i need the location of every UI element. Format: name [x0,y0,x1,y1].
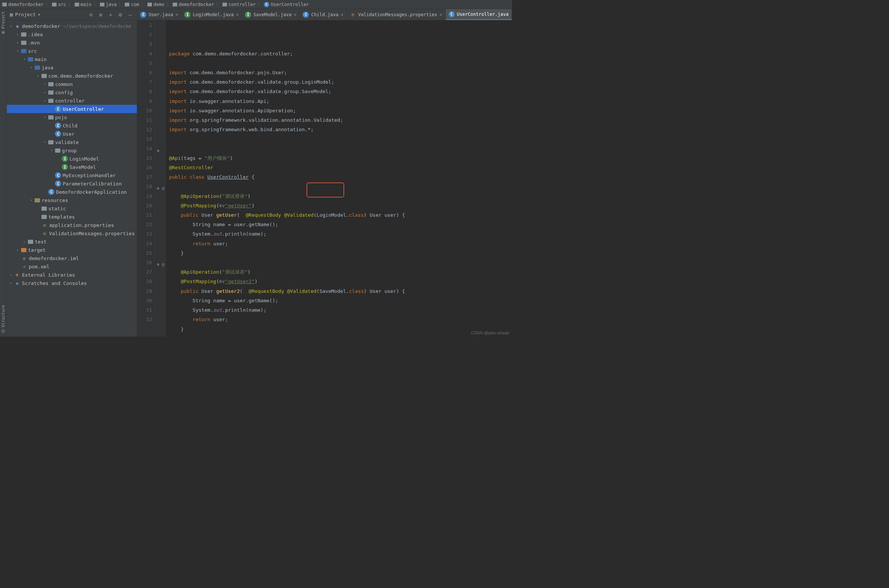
tree-node[interactable]: ▸◐Scratches and Consoles [7,279,137,287]
tree-node[interactable]: ▸common [7,80,137,88]
breadcrumb-item[interactable]: CUserController [264,2,309,7]
code-line[interactable]: import com.demo.demofordocker.validate.g… [169,87,512,96]
code-area[interactable]: package com.demo.demofordocker.controlle… [166,20,512,337]
code-line[interactable]: String name = user.getName(); [169,220,512,229]
tree-node[interactable]: ▾▣demofordocker ~/iworkspace/demofordock… [7,22,137,30]
code-line[interactable] [169,58,512,68]
tree-node[interactable]: ▸templates [7,213,137,221]
expand-button[interactable]: ≡ [97,11,104,18]
expand-arrow-icon[interactable]: ▾ [50,149,54,152]
close-tab-icon[interactable]: × [175,12,178,17]
expand-arrow-icon[interactable]: ▾ [43,115,47,119]
code-line[interactable] [169,258,512,267]
breadcrumb-item[interactable]: com [125,2,139,7]
expand-arrow-icon[interactable]: ▾ [36,74,40,78]
editor-tab[interactable]: CUser.java× [137,9,181,20]
expand-arrow-icon[interactable]: ▸ [16,41,20,44]
code-line[interactable]: System.out.println(name); [169,305,512,315]
code-line[interactable]: public User getUser( @RequestBody @Valid… [169,210,512,220]
tree-node[interactable]: ▾validate [7,138,137,146]
code-line[interactable]: import org.springframework.web.bind.anno… [169,125,512,134]
tree-node[interactable]: ▸CDemofordockerApplication [7,188,137,196]
tree-node[interactable]: ▸⊪External Libraries [7,271,137,279]
tree-node[interactable]: ▾pojo [7,113,137,121]
tree-node[interactable]: ▸target [7,246,137,254]
breadcrumb-item[interactable]: main [75,2,92,7]
code-line[interactable] [169,144,512,153]
breadcrumb-item[interactable]: demo [147,2,164,7]
code-line[interactable] [169,334,512,337]
structure-sidebutton[interactable]: ⌬ Structure [1,305,6,333]
web-mapping-icon[interactable]: ⊛ @ [157,260,164,269]
code-line[interactable]: String name = user.getName(); [169,296,512,305]
expand-arrow-icon[interactable]: ▸ [43,82,47,86]
code-line[interactable]: public User getUser2( @RequestBody @Vali… [169,286,512,296]
project-view-selector[interactable]: ▤ Project ▼ [10,12,85,17]
breadcrumb-item[interactable]: demofordocker [173,2,214,7]
code-line[interactable]: } [169,325,512,334]
code-line[interactable]: import org.springframework.validation.an… [169,115,512,125]
expand-arrow-icon[interactable]: ▸ [9,281,13,285]
code-line[interactable]: import com.demo.demofordocker.validate.g… [169,77,512,87]
code-line[interactable]: import io.swagger.annotations.Api; [169,96,512,106]
hide-button[interactable]: — [126,11,134,18]
breadcrumb-item[interactable]: controller [222,2,256,7]
tree-node[interactable]: ▸CUserController [7,105,137,113]
expand-arrow-icon[interactable]: ▾ [9,24,13,28]
close-tab-icon[interactable]: × [294,12,296,17]
expand-arrow-icon[interactable]: ▾ [43,140,47,144]
editor-tab[interactable]: ▤ValidationMessages.properties× [347,9,446,20]
spring-bean-icon[interactable]: ❀ [157,146,159,155]
expand-arrow-icon[interactable]: ▸ [43,90,47,94]
tree-node[interactable]: ▾main [7,55,137,63]
code-line[interactable]: package com.demo.demofordocker.controlle… [169,49,512,58]
locate-button[interactable]: ⊙ [87,11,95,18]
tree-node[interactable]: ▸CParameterCalibration [7,179,137,188]
collapse-button[interactable]: ÷ [107,11,114,18]
expand-arrow-icon[interactable]: ▾ [23,57,26,61]
code-line[interactable]: @PostMapping(⊕∨"getUser") [169,201,512,210]
close-tab-icon[interactable]: × [341,12,343,17]
expand-arrow-icon[interactable]: ▾ [29,198,33,202]
code-line[interactable]: @PostMapping(⊕∨"getUser2") [169,277,512,286]
code-line[interactable] [169,182,512,191]
tree-node[interactable]: ▸CUser [7,130,137,138]
close-tab-icon[interactable]: × [236,12,239,17]
code-line[interactable]: } [169,248,512,258]
project-tree[interactable]: ▾▣demofordocker ~/iworkspace/demofordock… [7,20,137,337]
expand-arrow-icon[interactable]: ▸ [23,240,26,243]
tree-node[interactable]: ▾resources [7,196,137,204]
editor-tab[interactable]: CUserController.java [446,9,512,20]
expand-arrow-icon[interactable]: ▸ [9,273,13,277]
tree-node[interactable]: ▸.mvn [7,38,137,47]
settings-button[interactable]: ⚙ [116,11,124,18]
code-line[interactable]: import com.demo.demofordocker.pojo.User; [169,68,512,77]
tree-node[interactable]: ▸mpom.xml [7,262,137,271]
web-mapping-icon[interactable]: ⊛ @ [157,184,164,193]
editor-tab[interactable]: ISaveModel.java× [242,9,300,20]
tree-node[interactable]: ▸config [7,88,137,96]
expand-arrow-icon[interactable]: ▾ [43,99,47,103]
tree-node[interactable]: ▸CMyExceptionHandler [7,171,137,179]
breadcrumb-item[interactable]: java [100,2,117,7]
tree-node[interactable]: ▾controller [7,96,137,105]
expand-arrow-icon[interactable]: ▸ [16,248,20,252]
code-line[interactable]: @Api(tags = "用户模块") [169,153,512,163]
code-line[interactable]: @ApiOperation("测试登录") [169,191,512,201]
tree-node[interactable]: ▸test [7,237,137,246]
editor-tab[interactable]: ILoginModel.java× [181,9,242,20]
code-line[interactable]: public class UserController { [169,172,512,182]
tree-node[interactable]: ▸ISaveModel [7,163,137,171]
tree-node[interactable]: ▸.idea [7,30,137,38]
code-line[interactable]: @ApiOperation("测试保存") [169,267,512,277]
tree-node[interactable]: ▸▤ValidationMessages.properties [7,229,137,237]
editor-tab[interactable]: CChild.java× [300,9,346,20]
breadcrumb-item[interactable]: src [52,2,66,7]
expand-arrow-icon[interactable]: ▾ [29,66,33,69]
code-line[interactable]: return user; [169,239,512,248]
tree-node[interactable]: ▾com.demo.demofordocker [7,72,137,80]
breadcrumb-item[interactable]: demofordocker [2,2,44,7]
project-sidebutton[interactable]: ▤ Project [1,11,6,35]
tree-node[interactable]: ▾group [7,146,137,155]
code-line[interactable]: @RestController [169,163,512,172]
